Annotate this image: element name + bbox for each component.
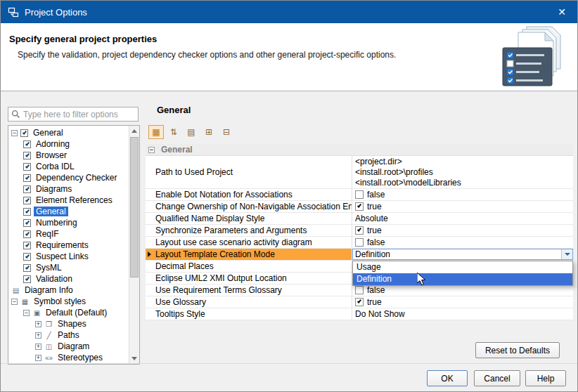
tree-item-label[interactable]: Paths <box>56 330 82 340</box>
cancel-button[interactable]: Cancel <box>474 370 520 386</box>
tree-checkbox[interactable] <box>23 141 31 148</box>
description-area-button[interactable]: ▤ <box>184 125 199 139</box>
scroll-up-icon[interactable] <box>129 126 139 136</box>
tree-item-label[interactable]: Symbol styles <box>32 296 88 306</box>
minus-expander-icon[interactable]: − <box>11 130 18 136</box>
tree-item-validation[interactable]: Validation <box>8 273 129 285</box>
property-value[interactable]: Absolute <box>352 213 573 224</box>
tree-item-default-default[interactable]: −▣Default (Default) <box>8 307 129 318</box>
sort-alphabetically-button[interactable]: ⇅ <box>166 125 181 139</box>
expand-all-button[interactable]: ⊞ <box>201 125 217 139</box>
property-value[interactable]: false <box>352 237 573 248</box>
tree-item-label[interactable]: Dependency Checker <box>34 173 119 183</box>
tree-item-label[interactable]: Default (Default) <box>44 308 109 318</box>
tree-item-shapes[interactable]: +❐Shapes <box>8 318 129 329</box>
help-button[interactable]: Help <box>525 370 566 386</box>
combo-dropdown-arrow-icon[interactable] <box>561 249 572 259</box>
tree-item-label[interactable]: Diagram <box>56 341 91 351</box>
property-value[interactable]: <project.dir><install.root>\profiles<ins… <box>352 156 573 188</box>
tree-item-label[interactable]: Numbering <box>34 218 79 228</box>
property-value[interactable]: true <box>352 296 573 308</box>
tree-item-symbol-styles[interactable]: −▦Symbol styles <box>8 296 129 307</box>
property-row-layout-use-case-scenario-activity-diagram[interactable]: Layout use case scenario activity diagra… <box>146 237 573 249</box>
ok-button[interactable]: OK <box>427 370 468 386</box>
tree-item-adorning[interactable]: Adorning <box>8 138 129 150</box>
tree-item-diagram[interactable]: +◫Diagram <box>8 341 129 352</box>
tree-item-general[interactable]: General <box>8 206 129 217</box>
tree-checkbox[interactable] <box>23 197 31 204</box>
property-value[interactable]: false <box>352 189 573 200</box>
tree-item-diagram-info[interactable]: ▤Diagram Info <box>8 285 129 296</box>
value-checkbox[interactable] <box>355 238 364 247</box>
tree-item-label[interactable]: Validation <box>34 274 75 284</box>
tree-item-label[interactable]: Suspect Links <box>34 251 91 261</box>
categorized-view-button[interactable]: ▦ <box>148 125 164 139</box>
tree-checkbox[interactable] <box>23 174 31 182</box>
value-checkbox[interactable] <box>355 286 364 294</box>
tree-item-diagrams[interactable]: Diagrams <box>8 183 129 195</box>
tree-item-label[interactable]: Element References <box>34 195 115 205</box>
value-checkbox[interactable] <box>355 202 364 211</box>
property-row-synchronize-parameters-and-arguments[interactable]: Synchronize Parameters and Argumentstrue <box>146 225 573 237</box>
tree-item-paths[interactable]: +╱Paths <box>8 329 129 341</box>
tree-checkbox[interactable] <box>23 242 31 249</box>
tree-checkbox[interactable] <box>23 253 31 261</box>
scroll-down-icon[interactable] <box>129 353 139 364</box>
value-checkbox[interactable] <box>355 190 364 199</box>
tree-checkbox[interactable] <box>23 163 31 171</box>
property-row-use-requirement-terms-glossary[interactable]: Use Requirement Terms Glossaryfalse <box>146 285 573 296</box>
close-button[interactable]: ✕ <box>546 1 577 23</box>
tree-item-label[interactable]: Adorning <box>34 139 72 149</box>
minus-expander-icon[interactable]: − <box>11 299 18 305</box>
tree-item-label[interactable]: ReqIF <box>34 229 61 239</box>
tree-item-numbering[interactable]: Numbering <box>8 217 129 228</box>
property-row-tooltips-style[interactable]: Tooltips StyleDo Not Show <box>146 308 573 320</box>
property-row-layout-template-creation-mode[interactable]: Layout Template Creation ModeDefinition <box>146 249 573 261</box>
plus-expander-icon[interactable]: + <box>35 332 41 339</box>
tree-scrollbar[interactable] <box>129 126 139 364</box>
property-row-enable-dot-notation-for-associations[interactable]: Enable Dot Notation for Associationsfals… <box>146 189 573 201</box>
tree-item-label[interactable]: Requirements <box>34 240 91 250</box>
tree-item-dependency-checker[interactable]: Dependency Checker <box>8 172 129 183</box>
tree-item-label[interactable]: Corba IDL <box>34 162 77 171</box>
tree-item-label[interactable]: General <box>34 207 68 216</box>
tree-item-element-references[interactable]: Element References <box>8 195 129 206</box>
tree-item-sysml[interactable]: SysML <box>8 262 129 273</box>
reset-to-defaults-button[interactable]: Reset to Defaults <box>475 342 560 358</box>
property-value[interactable]: true <box>352 225 573 236</box>
tree-checkbox[interactable] <box>23 264 31 272</box>
property-value[interactable]: false <box>352 285 573 296</box>
property-row-path-to-used-project[interactable]: Path to Used Project<project.dir><instal… <box>146 156 573 189</box>
tree-checkbox[interactable] <box>23 219 31 227</box>
tree-item-general[interactable]: −General <box>8 127 129 138</box>
minus-expander-icon[interactable]: − <box>23 310 30 316</box>
plus-expander-icon[interactable]: + <box>35 355 41 361</box>
tree-item-stereotypes[interactable]: +«»Stereotypes <box>8 352 129 363</box>
scrollbar-thumb[interactable] <box>130 137 139 277</box>
filter-options-input[interactable] <box>23 110 135 119</box>
property-value[interactable]: true <box>352 201 573 212</box>
tree-item-requirements[interactable]: Requirements <box>8 240 129 251</box>
property-row-use-glossary[interactable]: Use Glossarytrue <box>146 296 573 308</box>
value-checkbox[interactable] <box>355 226 364 235</box>
tree-checkbox[interactable] <box>23 185 31 193</box>
property-row-change-ownership-of-non-navigable-association-end[interactable]: Change Ownership of Non-Navigable Associ… <box>146 201 573 213</box>
dropdown-item-usage[interactable]: Usage <box>353 261 572 273</box>
tree-item-label[interactable]: General <box>31 128 65 138</box>
tree-item-suspect-links[interactable]: Suspect Links <box>8 251 129 262</box>
value-checkbox[interactable] <box>355 298 364 306</box>
tree-item-label[interactable]: Diagrams <box>34 184 74 194</box>
collapse-all-button[interactable]: ⊟ <box>219 125 234 139</box>
dropdown-item-definition[interactable]: Definition <box>353 273 572 285</box>
collapse-group-icon[interactable]: − <box>148 147 155 153</box>
tree-item-label[interactable]: Stereotypes <box>56 353 105 362</box>
tree-checkbox[interactable] <box>23 152 31 159</box>
property-value[interactable]: Do Not Show <box>352 308 573 320</box>
tree-item-label[interactable]: SysML <box>34 263 64 273</box>
property-row-qualified-name-display-style[interactable]: Qualified Name Display StyleAbsolute <box>146 213 573 225</box>
tree-item-corba-idl[interactable]: Corba IDL <box>8 161 129 172</box>
tree-item-label[interactable]: Browser <box>34 150 69 160</box>
tree-item-browser[interactable]: Browser <box>8 150 129 161</box>
tree-checkbox[interactable] <box>20 129 28 137</box>
tree-item-reqif[interactable]: ReqIF <box>8 228 129 240</box>
